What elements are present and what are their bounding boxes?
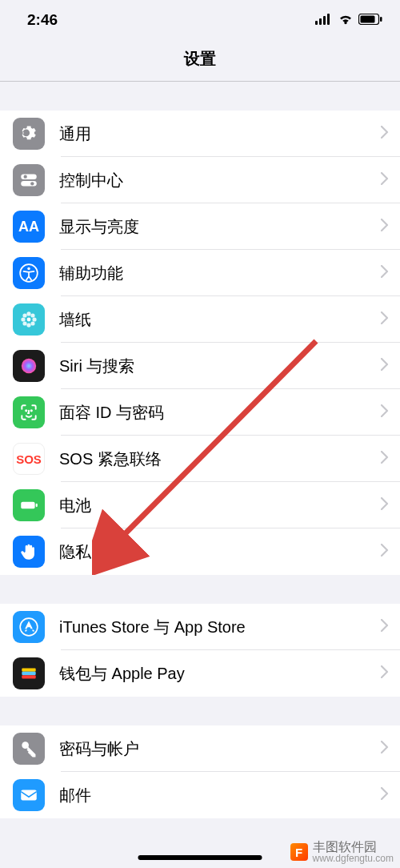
hand-icon [13,536,45,568]
wallet-icon [13,657,45,689]
svg-point-12 [27,267,30,270]
faceid-icon [13,396,45,428]
sos-icon: SOS [13,443,45,475]
status-bar: 2:46 [0,0,400,40]
group-gap [0,82,400,111]
svg-rect-25 [21,502,34,509]
status-time: 2:46 [27,11,58,29]
watermark-logo-icon: F [290,843,308,861]
svg-point-15 [26,323,30,327]
svg-point-10 [30,182,34,185]
row-siri[interactable]: Siri 与搜索 [0,343,400,389]
row-label: Siri 与搜索 [59,356,381,377]
svg-rect-7 [21,174,37,179]
svg-point-13 [27,318,31,322]
row-label: 密码与帐户 [59,738,381,760]
switches-icon [13,164,45,196]
page-title: 设置 [0,40,400,82]
svg-point-20 [22,321,26,325]
row-display[interactable]: AA 显示与亮度 [0,203,400,250]
row-passwords[interactable]: 密码与帐户 [0,725,400,772]
appstore-icon [13,611,45,643]
svg-rect-6 [380,17,382,22]
svg-point-21 [30,321,34,325]
chevron-right-icon [381,404,389,420]
chevron-right-icon [381,665,389,681]
chevron-right-icon [381,265,389,281]
svg-rect-9 [21,181,37,187]
settings-group-1: 通用 控制中心 AA 显示与亮度 辅助功能 墙纸 Siri 与搜索 [0,111,400,575]
flower-icon [13,303,45,336]
row-label: 邮件 [59,785,381,806]
battery-menu-icon [13,489,45,521]
row-mail[interactable]: 邮件 [0,772,400,818]
row-label: 辅助功能 [59,263,381,284]
accessibility-icon [13,257,45,289]
svg-rect-28 [22,669,35,672]
home-indicator [138,855,262,860]
row-itunes-appstore[interactable]: iTunes Store 与 App Store [0,604,400,650]
row-label: 隐私 [59,541,381,563]
svg-point-16 [21,317,25,321]
row-faceid[interactable]: 面容 ID 与密码 [0,389,400,436]
chevron-right-icon [381,497,389,513]
mail-icon [13,779,45,811]
row-accessibility[interactable]: 辅助功能 [0,250,400,296]
chevron-right-icon [381,311,389,328]
row-battery[interactable]: 电池 [0,482,400,528]
group-gap [0,575,400,604]
row-label: 钱包与 Apple Pay [59,663,381,685]
svg-point-8 [24,175,27,179]
watermark: F 丰图软件园 www.dgfengtu.com [290,841,400,863]
row-label: 显示与亮度 [59,216,381,238]
svg-point-23 [26,410,26,411]
row-label: 墙纸 [59,309,381,331]
svg-rect-26 [36,504,38,507]
svg-rect-30 [22,675,35,678]
row-label: SOS 紧急联络 [59,448,381,470]
chevron-right-icon [381,619,389,635]
row-wallpaper[interactable]: 墙纸 [0,296,400,343]
row-label: 通用 [59,123,381,145]
settings-group-2: iTunes Store 与 App Store 钱包与 Apple Pay [0,604,400,697]
svg-point-14 [26,311,30,315]
svg-rect-2 [323,16,326,25]
wifi-icon [338,11,354,29]
watermark-site: www.dgfengtu.com [313,854,394,863]
row-privacy[interactable]: 隐私 [0,528,400,575]
chevron-right-icon [381,219,389,235]
svg-point-19 [30,313,34,317]
svg-point-22 [22,359,36,373]
gear-icon [13,118,45,150]
text-size-icon: AA [13,211,45,243]
row-general[interactable]: 通用 [0,111,400,157]
status-indicators [315,11,382,29]
row-label: 控制中心 [59,170,381,191]
svg-rect-5 [361,16,375,23]
row-label: iTunes Store 与 App Store [59,617,381,638]
chevron-right-icon [381,787,389,803]
svg-rect-1 [319,18,322,25]
svg-rect-0 [315,21,318,25]
svg-point-24 [31,410,32,411]
key-icon [13,733,45,765]
battery-icon [358,11,382,29]
chevron-right-icon [381,451,389,467]
row-label: 电池 [59,495,381,516]
row-sos[interactable]: SOS SOS 紧急联络 [0,436,400,482]
svg-point-18 [22,313,26,317]
chevron-right-icon [381,544,389,560]
svg-rect-32 [21,790,37,801]
signal-icon [315,11,333,29]
chevron-right-icon [381,358,389,374]
row-label: 面容 ID 与密码 [59,402,381,424]
svg-point-17 [32,317,36,321]
row-wallet[interactable]: 钱包与 Apple Pay [0,650,400,697]
siri-icon [13,350,45,382]
svg-rect-29 [22,672,35,675]
svg-rect-3 [327,14,330,25]
row-control-center[interactable]: 控制中心 [0,157,400,203]
watermark-brand: 丰图软件园 [313,841,394,854]
chevron-right-icon [381,172,389,188]
group-gap [0,697,400,725]
